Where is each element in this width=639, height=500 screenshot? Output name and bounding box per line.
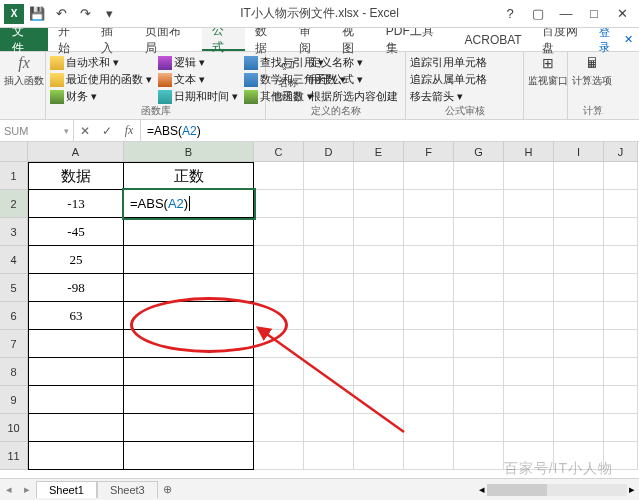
sheet-nav-next[interactable]: ▸ xyxy=(18,483,36,496)
cell-I1[interactable] xyxy=(554,162,604,190)
hscroll-right[interactable]: ▸ xyxy=(629,483,635,496)
cell-F7[interactable] xyxy=(404,330,454,358)
cell-D4[interactable] xyxy=(304,246,354,274)
tab-view[interactable]: 视图 xyxy=(332,28,376,51)
cell-B6[interactable] xyxy=(124,302,254,330)
col-header-D[interactable]: D xyxy=(304,142,354,162)
qat-customize-icon[interactable]: ▾ xyxy=(98,3,120,25)
hscroll-track[interactable] xyxy=(487,484,627,496)
cell-E10[interactable] xyxy=(354,414,404,442)
row-header-10[interactable]: 10 xyxy=(0,414,28,442)
cell-F10[interactable] xyxy=(404,414,454,442)
cell-J5[interactable] xyxy=(604,274,638,302)
create-from-selection-button[interactable]: 根据所选内容创建 xyxy=(310,88,398,105)
close-doc-icon[interactable]: ✕ xyxy=(624,33,633,46)
cell-C9[interactable] xyxy=(254,386,304,414)
row-header-4[interactable]: 4 xyxy=(0,246,28,274)
row-header-1[interactable]: 1 xyxy=(0,162,28,190)
cell-C6[interactable] xyxy=(254,302,304,330)
cell-C1[interactable] xyxy=(254,162,304,190)
cell-G7[interactable] xyxy=(454,330,504,358)
tab-acrobat[interactable]: ACROBAT xyxy=(455,28,532,51)
tab-pdf[interactable]: PDF工具集 xyxy=(376,28,455,51)
cell-B5[interactable] xyxy=(124,274,254,302)
sheet-tab-2[interactable]: Sheet3 xyxy=(97,481,158,498)
cell-J2[interactable] xyxy=(604,190,638,218)
tab-insert[interactable]: 插入 xyxy=(91,28,135,51)
cancel-formula-button[interactable]: ✕ xyxy=(74,124,96,138)
cell-B1[interactable]: 正数 xyxy=(124,162,254,190)
cell-H10[interactable] xyxy=(504,414,554,442)
cell-G1[interactable] xyxy=(454,162,504,190)
logical-button[interactable]: 逻辑 ▾ xyxy=(158,54,238,71)
col-header-G[interactable]: G xyxy=(454,142,504,162)
cell-D9[interactable] xyxy=(304,386,354,414)
row-header-9[interactable]: 9 xyxy=(0,386,28,414)
save-button[interactable]: 💾 xyxy=(26,3,48,25)
excel-icon[interactable]: X xyxy=(4,4,24,24)
autosum-button[interactable]: 自动求和 ▾ xyxy=(50,54,152,71)
cell-F4[interactable] xyxy=(404,246,454,274)
cell-G9[interactable] xyxy=(454,386,504,414)
cell-H7[interactable] xyxy=(504,330,554,358)
undo-button[interactable]: ↶ xyxy=(50,3,72,25)
cell-H8[interactable] xyxy=(504,358,554,386)
trace-precedents-button[interactable]: 追踪引用单元格 xyxy=(410,54,519,71)
cell-D3[interactable] xyxy=(304,218,354,246)
cell-E7[interactable] xyxy=(354,330,404,358)
row-header-7[interactable]: 7 xyxy=(0,330,28,358)
help-button[interactable]: ? xyxy=(497,3,523,25)
cell-I6[interactable] xyxy=(554,302,604,330)
cell-B7[interactable] xyxy=(124,330,254,358)
cell-F2[interactable] xyxy=(404,190,454,218)
cell-A11[interactable] xyxy=(28,442,124,470)
col-header-B[interactable]: B xyxy=(124,142,254,162)
cell-C8[interactable] xyxy=(254,358,304,386)
cell-J8[interactable] xyxy=(604,358,638,386)
cell-F1[interactable] xyxy=(404,162,454,190)
maximize-button[interactable]: □ xyxy=(581,3,607,25)
cell-B10[interactable] xyxy=(124,414,254,442)
cell-F11[interactable] xyxy=(404,442,454,470)
tab-data[interactable]: 数据 xyxy=(245,28,289,51)
cell-F3[interactable] xyxy=(404,218,454,246)
cell-E3[interactable] xyxy=(354,218,404,246)
cell-G8[interactable] xyxy=(454,358,504,386)
cell-A9[interactable] xyxy=(28,386,124,414)
cell-J1[interactable] xyxy=(604,162,638,190)
formula-input[interactable]: =ABS(A2) xyxy=(141,120,639,141)
cell-I7[interactable] xyxy=(554,330,604,358)
col-header-A[interactable]: A xyxy=(28,142,124,162)
cell-I9[interactable] xyxy=(554,386,604,414)
minimize-button[interactable]: — xyxy=(553,3,579,25)
cell-A8[interactable] xyxy=(28,358,124,386)
tab-home[interactable]: 开始 xyxy=(48,28,92,51)
cell-J9[interactable] xyxy=(604,386,638,414)
spreadsheet-grid[interactable]: ABCDEFGHIJ 1234567891011 数据正数-13=ABS(A2)… xyxy=(0,142,639,478)
cell-A5[interactable]: -98 xyxy=(28,274,124,302)
cell-I2[interactable] xyxy=(554,190,604,218)
cell-E6[interactable] xyxy=(354,302,404,330)
cell-C3[interactable] xyxy=(254,218,304,246)
close-button[interactable]: ✕ xyxy=(609,3,635,25)
cell-D8[interactable] xyxy=(304,358,354,386)
ribbon-options-button[interactable]: ▢ xyxy=(525,3,551,25)
cell-B8[interactable] xyxy=(124,358,254,386)
cell-B4[interactable] xyxy=(124,246,254,274)
trace-dependents-button[interactable]: 追踪从属单元格 xyxy=(410,71,519,88)
datetime-button[interactable]: 日期和时间 ▾ xyxy=(158,88,238,105)
cell-J6[interactable] xyxy=(604,302,638,330)
row-header-8[interactable]: 8 xyxy=(0,358,28,386)
col-header-J[interactable]: J xyxy=(604,142,638,162)
name-box[interactable]: SUM xyxy=(0,120,74,141)
cell-E9[interactable] xyxy=(354,386,404,414)
cell-D7[interactable] xyxy=(304,330,354,358)
cells-area[interactable]: 数据正数-13=ABS(A2)-4525-9863 xyxy=(28,162,638,470)
financial-button[interactable]: 财务 ▾ xyxy=(50,88,152,105)
cell-C11[interactable] xyxy=(254,442,304,470)
cell-F6[interactable] xyxy=(404,302,454,330)
cell-J4[interactable] xyxy=(604,246,638,274)
enter-formula-button[interactable]: ✓ xyxy=(96,124,118,138)
cell-G5[interactable] xyxy=(454,274,504,302)
col-header-C[interactable]: C xyxy=(254,142,304,162)
